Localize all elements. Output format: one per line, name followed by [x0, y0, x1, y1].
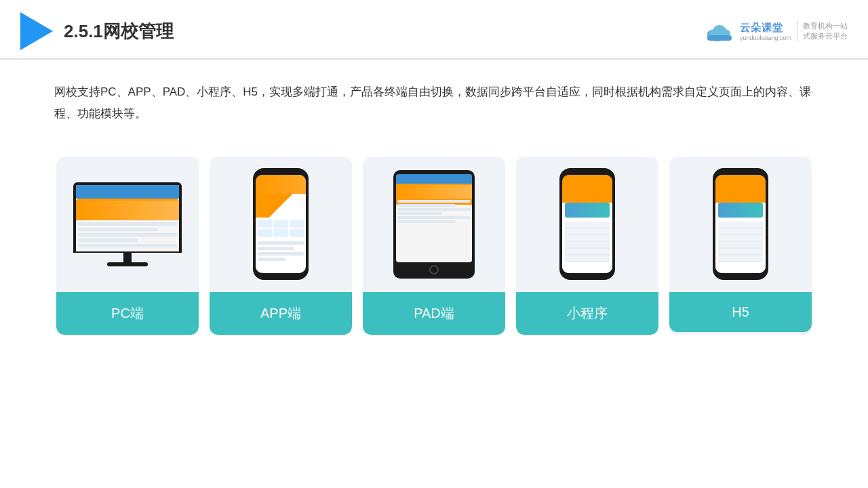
phone-screen-h5	[715, 175, 766, 273]
monitor-screen-outer	[73, 182, 182, 253]
card-h5-image	[669, 157, 812, 292]
logo-text: 云朵课堂 yunduoketang.com	[740, 22, 791, 41]
miniapp-screen-content	[562, 175, 612, 273]
card-miniapp: 小程序	[516, 157, 658, 335]
card-pad-image	[363, 157, 505, 292]
card-pc: PC端	[56, 157, 199, 335]
card-pad-label: PAD端	[363, 292, 505, 335]
platform-cards: PC端	[0, 136, 868, 355]
card-app-image	[210, 157, 352, 292]
page-title: 2.5.1网校管理	[64, 20, 174, 43]
card-h5: H5	[669, 157, 812, 335]
header-left: 2.5.1网校管理	[20, 12, 174, 50]
monitor-mockup	[73, 182, 182, 266]
h5-screen-content	[715, 175, 766, 273]
phone-mockup-app	[253, 168, 309, 280]
card-app-label: APP端	[210, 292, 352, 335]
card-h5-label: H5	[669, 292, 812, 332]
phone-screen-miniapp	[562, 175, 612, 273]
description-text: 网校支持PC、APP、PAD、小程序、H5，实现多端打通，产品各终端自由切换，数…	[0, 60, 868, 136]
logo-url: yunduoketang.com	[740, 35, 791, 41]
monitor-base	[107, 262, 148, 266]
phone-body-miniapp	[559, 168, 615, 280]
play-icon	[20, 12, 53, 50]
logo-tagline: 教育机构一站式服务云平台	[797, 21, 848, 42]
tablet-body	[393, 170, 475, 279]
phone-mockup-miniapp	[559, 168, 615, 280]
phone-notch-miniapp	[578, 168, 596, 173]
tablet-home-button	[429, 265, 439, 274]
monitor-neck	[123, 253, 132, 262]
phone-notch	[272, 168, 290, 173]
card-pc-image	[56, 157, 199, 292]
phone-mockup-h5	[713, 168, 768, 280]
phone-notch-h5	[732, 168, 749, 173]
card-miniapp-image	[516, 157, 658, 292]
tablet-mockup	[393, 170, 475, 279]
svg-rect-8	[707, 35, 732, 41]
card-pad: PAD端	[363, 157, 505, 335]
monitor-screen	[76, 185, 179, 251]
phone-body-h5	[713, 168, 768, 280]
card-pc-label: PC端	[56, 292, 199, 335]
logo-name: 云朵课堂	[740, 22, 783, 35]
header-right: 云朵课堂 yunduoketang.com 教育机构一站式服务云平台	[703, 20, 848, 42]
card-miniapp-label: 小程序	[516, 292, 658, 335]
cloud-icon	[703, 20, 736, 42]
tablet-screen	[396, 174, 472, 262]
header: 2.5.1网校管理 云朵课堂 yunduoketang.com	[0, 0, 868, 60]
app-screen-content	[256, 175, 306, 273]
card-app: APP端	[210, 157, 352, 335]
brand-logo: 云朵课堂 yunduoketang.com	[703, 20, 791, 42]
phone-screen	[256, 175, 306, 273]
phone-body	[253, 168, 309, 280]
